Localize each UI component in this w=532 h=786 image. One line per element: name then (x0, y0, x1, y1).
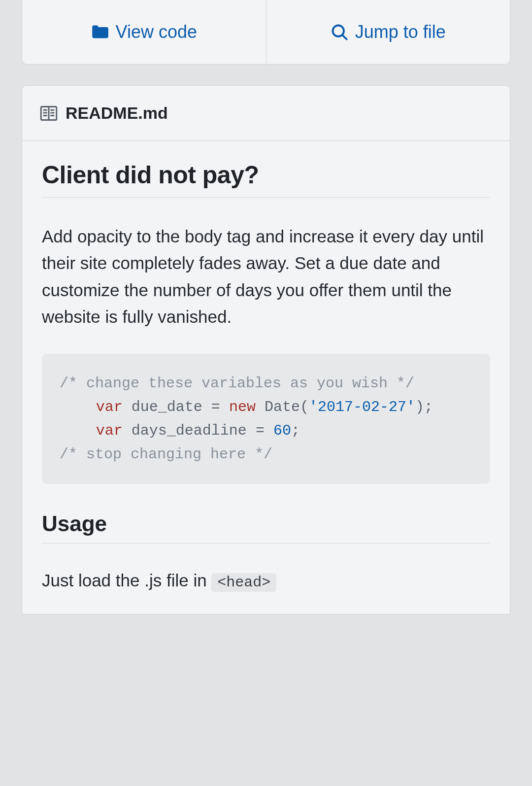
search-icon (331, 23, 348, 41)
code-punct: ; (291, 422, 300, 439)
readme-header: README.md (22, 86, 510, 141)
readme-heading-1: Client did not pay? (42, 161, 490, 198)
view-code-button[interactable]: View code (22, 0, 266, 64)
jump-to-file-label: Jump to file (355, 22, 446, 42)
folder-icon (91, 23, 109, 41)
code-comment: /* stop changing here */ (60, 446, 272, 463)
code-string: '2017-02-27' (309, 399, 415, 415)
readme-paragraph-2: Just load the .js file in <head> (42, 567, 490, 594)
code-keyword-new: new (229, 399, 256, 415)
code-number: 60 (273, 422, 291, 439)
code-punct: = (202, 399, 229, 415)
jump-to-file-button[interactable]: Jump to file (266, 0, 510, 64)
readme-container: README.md Client did not pay? Add opacit… (22, 85, 510, 615)
readme-filename: README.md (66, 103, 168, 123)
code-punct: = (247, 422, 273, 439)
svg-line-1 (342, 35, 347, 40)
code-comment: /* change these variables as you wish */ (60, 375, 414, 392)
view-code-label: View code (116, 22, 197, 42)
code-keyword-var: var (96, 399, 123, 415)
svg-point-0 (332, 26, 344, 37)
readme-body: Client did not pay? Add opacity to the b… (22, 141, 510, 614)
readme-heading-2: Usage (42, 512, 490, 544)
repo-actions-row: View code Jump to file (22, 0, 510, 65)
code-keyword-var: var (96, 422, 123, 439)
readme-paragraph-1: Add opacity to the body tag and increase… (42, 223, 490, 330)
book-icon (40, 104, 58, 122)
code-identifier: days_deadline (132, 422, 247, 439)
readme-paragraph-2-text: Just load the .js file in (42, 571, 211, 590)
code-block: /* change these variables as you wish */… (42, 354, 490, 484)
code-call: Date( (265, 399, 309, 415)
inline-code-head: <head> (211, 573, 276, 592)
code-identifier: due_date (132, 399, 202, 415)
code-punct: ); (415, 399, 433, 415)
